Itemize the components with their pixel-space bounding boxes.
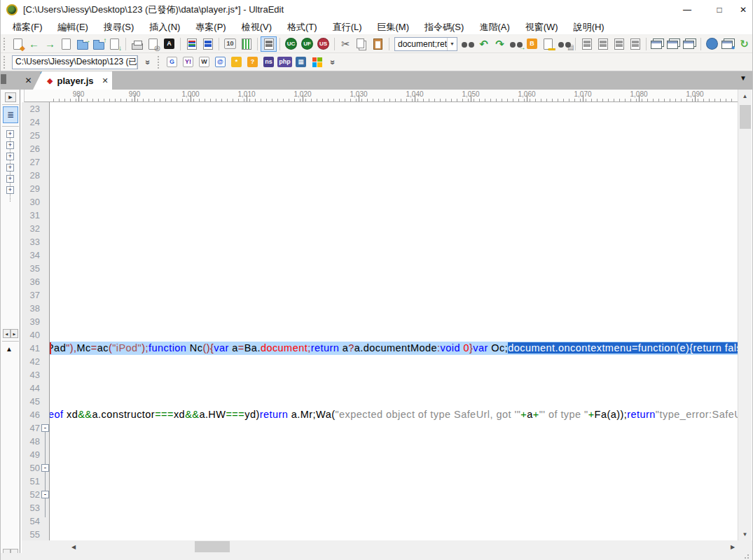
fold-collapse-icon[interactable]: - (41, 491, 49, 498)
horizontal-scrollbar[interactable]: ◀ ▶ (67, 540, 739, 553)
menu-item-3[interactable]: 插入(N) (141, 21, 188, 34)
menu-item-11[interactable]: 視窗(W) (518, 21, 566, 34)
menu-item-6[interactable]: 格式(T) (279, 21, 325, 34)
arrange-windows-icon[interactable] (682, 36, 698, 52)
font-icon[interactable]: A (161, 36, 177, 52)
menu-item-10[interactable]: 進階(A) (471, 21, 517, 34)
function-list-tab-icon[interactable]: ≣ (3, 106, 18, 123)
panel-scroll-left-icon[interactable]: ◀ (3, 329, 11, 338)
tile-windows-icon[interactable] (665, 36, 682, 52)
resize-grip-icon[interactable] (744, 554, 751, 559)
scroll-down-icon[interactable]: ▼ (738, 528, 752, 540)
panel-scroll-right-icon[interactable]: ▶ (11, 329, 18, 338)
vertical-scrollbar[interactable]: ▲ ▼ (738, 90, 752, 540)
menu-item-8[interactable]: 巨集(M) (370, 21, 417, 34)
new-file-icon[interactable] (58, 36, 74, 52)
tree-expand-icon[interactable]: + (6, 153, 14, 160)
search-combobox[interactable]: document;ret▼ (394, 37, 457, 51)
menu-item-7[interactable]: 直行(L) (325, 21, 370, 34)
dropdown-arrow-icon[interactable]: ▼ (137, 56, 138, 69)
horizontal-scroll-thumb[interactable] (195, 541, 230, 552)
menu-item-1[interactable]: 編輯(E) (50, 21, 96, 34)
column-mode-icon[interactable] (238, 36, 254, 52)
hex-edit-icon[interactable]: 10 (222, 36, 238, 52)
cut-icon[interactable]: ✂ (338, 36, 354, 52)
toolbar-grip[interactable] (158, 56, 161, 69)
scroll-left-icon[interactable]: ◀ (67, 540, 80, 553)
find-next-icon[interactable]: ↷ (492, 36, 508, 52)
menu-item-2[interactable]: 搜尋(S) (96, 21, 141, 34)
forward-icon[interactable]: → (42, 36, 58, 52)
wikipedia-icon[interactable]: W (196, 55, 212, 70)
align-center-icon[interactable] (595, 36, 611, 52)
panel-close-icon[interactable]: ✕ (22, 74, 34, 86)
ultraformat-icon[interactable]: UF (299, 36, 315, 52)
print-preview-icon[interactable]: ◎ (145, 36, 161, 52)
fold-collapse-icon[interactable]: - (41, 424, 49, 432)
scroll-up-icon[interactable]: ▲ (738, 90, 752, 102)
find-icon[interactable] (460, 36, 476, 52)
fold-collapse-icon[interactable]: - (41, 464, 49, 472)
maximize-button[interactable]: □ (703, 0, 735, 20)
toolbar-grip[interactable] (4, 56, 7, 69)
php-icon[interactable]: php (277, 55, 293, 70)
tab-close-icon[interactable]: ✕ (102, 76, 109, 85)
find-in-files-icon[interactable]: → (508, 36, 524, 52)
menu-item-4[interactable]: 專案(P) (188, 21, 233, 34)
find-symbol-icon[interactable]: ▤ (556, 36, 572, 52)
bookmark-icon[interactable]: B (524, 36, 540, 52)
tree-expand-icon[interactable]: + (6, 164, 14, 172)
google-icon[interactable]: G (164, 55, 180, 70)
toolbar-overflow-icon[interactable]: » (140, 55, 156, 70)
script-icon[interactable]: ns (261, 55, 277, 70)
find-prev-icon[interactable]: ↶ (476, 36, 492, 52)
tree-expand-icon[interactable]: + (6, 175, 14, 183)
close-button[interactable]: ✕ (735, 0, 752, 20)
cascade-windows-icon[interactable] (649, 36, 665, 52)
function-list-icon[interactable] (261, 36, 277, 52)
tree-expand-icon[interactable]: + (6, 141, 14, 149)
open-from-ftp-icon[interactable]: ◆ (10, 36, 26, 52)
copy-icon[interactable] (354, 36, 370, 52)
toolbar-overflow-icon[interactable]: » (325, 55, 341, 70)
yahoo-icon[interactable]: Y! (180, 55, 196, 70)
image-icon[interactable]: ▦ (293, 55, 309, 70)
web-search-icon[interactable]: @ (212, 55, 228, 70)
refresh-icon[interactable]: ↻ (736, 36, 752, 52)
reformat-icon[interactable] (200, 36, 216, 52)
file-path-combobox[interactable]: C:\Users\Jiessy\Desktop\123 (已▼ (12, 55, 138, 69)
paste-icon[interactable] (370, 36, 386, 52)
goto-line-icon[interactable]: ▬ (540, 36, 556, 52)
tree-expand-icon[interactable]: + (6, 130, 14, 138)
tree-expand-icon[interactable]: + (6, 186, 14, 194)
vertical-scroll-thumb[interactable] (740, 105, 751, 129)
tab-list-dropdown-icon[interactable]: ▼ (740, 74, 747, 82)
close-file-icon[interactable]: ↑ (90, 36, 106, 52)
syntax-highlight-icon[interactable] (184, 36, 200, 52)
browser-view-icon[interactable]: ● (720, 36, 736, 52)
wizard-icon[interactable]: * (228, 55, 244, 70)
minimize-button[interactable]: — (671, 0, 703, 20)
open-file-icon[interactable]: → (74, 36, 90, 52)
align-right-icon[interactable] (611, 36, 627, 52)
menu-item-12[interactable]: 說明(H) (566, 21, 612, 34)
dropdown-arrow-icon[interactable]: ▼ (447, 38, 457, 50)
tab-player-js[interactable]: ◆ player.js ✕ (33, 71, 112, 90)
ultracompare-icon[interactable]: UC (283, 36, 299, 52)
web-help-icon[interactable]: ? (244, 55, 261, 70)
back-icon[interactable]: ← (26, 36, 42, 52)
menu-item-9[interactable]: 指令碼(S) (417, 21, 471, 34)
save-file-icon[interactable]: ↓ (106, 36, 123, 52)
align-justify-icon[interactable] (627, 36, 643, 52)
code-editor[interactable]: Pad"),Mc=ac("iPod");function Nc(){var a=… (50, 102, 739, 540)
panel-splitter-icon[interactable]: ▲ (6, 345, 13, 353)
panel-collapse-icon[interactable]: ▶ (5, 92, 16, 102)
menu-item-0[interactable]: 檔案(F) (5, 21, 50, 34)
print-icon[interactable] (129, 36, 145, 52)
ultrasentry-icon[interactable]: US (315, 36, 331, 52)
align-left-icon[interactable] (579, 36, 595, 52)
menu-item-5[interactable]: 檢視(V) (234, 21, 279, 34)
toolbar-grip[interactable] (4, 38, 7, 50)
browser-icon[interactable] (704, 36, 720, 52)
microsoft-icon[interactable] (309, 55, 325, 70)
